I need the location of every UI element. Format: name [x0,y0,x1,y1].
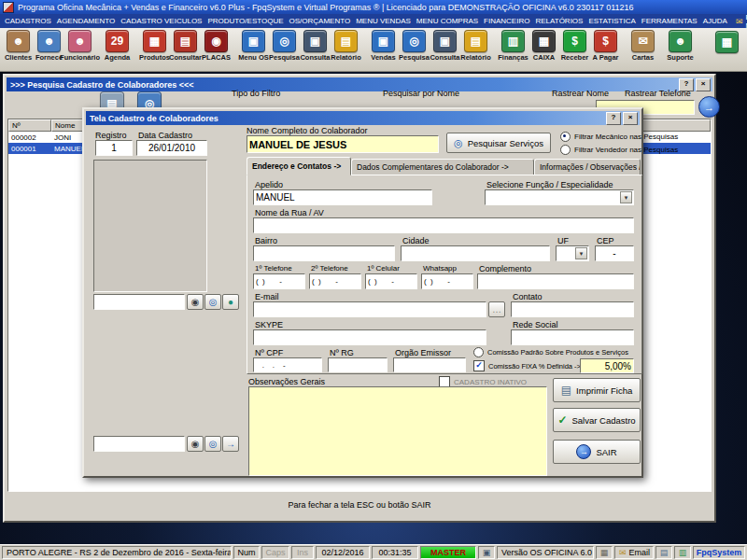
whatsapp-field[interactable] [421,273,473,289]
salvar-cadastro-button[interactable]: ✓ Salvar Cadastro [553,408,641,432]
tab-endereco-contatos[interactable]: Endereço e Contatos -> [247,157,351,175]
menu-item[interactable]: CADASTRO VEICULOS [118,17,204,25]
menu-item[interactable]: OS/ORÇAMENTO [287,17,354,25]
cartas-button[interactable]: ✉ Cartas [627,30,658,62]
camera-icon: ◉ [191,439,200,449]
imprimir-ficha-button[interactable]: ▤ Imprimir Ficha [553,378,641,402]
rg-field[interactable] [328,357,388,372]
bairro-field[interactable] [253,245,395,261]
help-button[interactable]: ? [679,78,694,91]
check-icon: ✓ [557,413,567,427]
skype-field[interactable] [253,329,486,345]
receber-button[interactable]: $ Receber [559,30,590,62]
menu-item-email[interactable]: ✉ E-MAIL [730,13,747,30]
complemento-field[interactable] [477,273,634,289]
pesquisa-os-button[interactable]: ◎ Pesquisa [269,30,300,62]
apelido-field[interactable] [253,189,432,205]
menu-item[interactable]: MENU VENDAS [353,17,414,25]
photo-zoom-button[interactable]: ◎ [204,294,221,310]
menu-item[interactable]: MENU COMPRAS [414,17,481,25]
radio-filtrar-vendedor[interactable]: Filtrar Vendedor nas Pesquisas [560,145,678,155]
celular-field[interactable] [365,273,417,289]
registro-field[interactable] [95,140,133,156]
nome-completo-field[interactable] [247,135,439,153]
photo-box[interactable] [93,160,207,292]
photo-web-button[interactable]: ● [222,294,239,310]
orgao-emissor-field[interactable] [393,357,466,372]
window-footer: Para fechar a tela ESC ou botão SAIR [7,492,712,521]
photo-path-input[interactable] [93,294,185,310]
go-button[interactable]: → [698,96,720,118]
camera2-button[interactable]: ◉ [187,436,204,452]
comissao-fixa-field[interactable] [580,358,634,373]
dialog-help-button[interactable]: ? [606,112,621,125]
status-num: Num [233,546,260,559]
status-email-button[interactable]: ✉ Email [614,546,654,559]
relatorio-vendas-button[interactable]: ▤ Relatório [460,30,491,62]
menu-item[interactable]: ESTATISTICA [585,17,638,25]
pesquisar-servicos-button[interactable]: ◎ Pesquisar Serviços [446,133,551,153]
rua-field[interactable] [253,217,634,233]
photo2-zoom-button[interactable]: ◎ [204,436,221,452]
cpf-field[interactable] [253,357,322,372]
search-window-title: >>> Pesquisa Cadastro de Colaboradores <… [10,80,194,90]
observacoes-textarea[interactable] [248,386,547,476]
photo2-go-button[interactable]: → [222,436,239,452]
placas-button[interactable]: ◉ PLACAS [201,30,232,62]
camera-button[interactable]: ◉ [187,294,204,310]
photo2-path-input[interactable] [93,436,185,452]
cidade-field[interactable] [401,245,550,261]
consultar-produtos-button[interactable]: ▤ Consultar [170,30,201,62]
menu-os-button[interactable]: ▣ Menu OS [238,30,269,62]
tab-informacoes-historico[interactable]: Informações / Observações / Histórico [534,159,641,175]
orgao-emissor-label: Orgão Emissor [395,348,451,357]
tool-icon: $ [563,30,586,52]
grid-header-num[interactable]: Nº [8,119,51,132]
menu-item[interactable]: RELATÓRIOS [532,17,585,25]
caixa-button[interactable]: ▦ CAIXA [529,30,559,62]
relatorio-os-button[interactable]: ▤ Relatório [331,30,361,62]
dialog-close-button[interactable]: × [623,112,638,125]
menu-item[interactable]: AJUDA [700,17,730,25]
pesquisa-vendas-button[interactable]: ◎ Pesquisa [399,30,430,62]
cep-field[interactable] [595,245,634,261]
rg-label: Nº RG [330,348,354,357]
telefone2-field[interactable] [309,273,361,289]
uf-select[interactable]: ▼ [556,245,589,261]
clientes-button[interactable]: ☻ Clientes [3,30,34,62]
funcionarios-button[interactable]: ☻ Funcionário [64,30,95,62]
agenda-button[interactable]: 29 Agenda [102,30,133,62]
skype-label: SKYPE [255,320,283,329]
email-field[interactable] [253,301,486,317]
financas-button[interactable]: ▥ Finanças [498,30,529,62]
cart-button[interactable]: ▦ [712,31,742,53]
radio-comissao-padrao[interactable]: Comissão Padrão Sobre Produtos e Serviço… [473,347,628,357]
consulta-vendas-button[interactable]: ▣ Consulta [430,30,460,62]
vendas-button[interactable]: ▣ Vendas [368,30,399,62]
checkbox-comissao-fixa[interactable]: ✓ Comissão FIXA % Definida -> [473,360,581,371]
funcao-select[interactable]: ▼ [485,189,634,205]
suporte-button[interactable]: ☻ Suporte [665,30,696,62]
status-brand: FpqSystem [693,546,745,559]
email-browse-button[interactable]: … [488,301,505,317]
dialog-title-bar[interactable]: Tela Cadastro de Colaboradores [86,111,640,125]
consulta-os-button[interactable]: ▣ Consulta [300,30,331,62]
menu-item[interactable]: CADASTROS [2,17,54,25]
tab-dados-complementares[interactable]: Dados Complementares do Colaborador -> [351,159,534,175]
menu-item[interactable]: FINANCEIRO [481,17,532,25]
menu-item[interactable]: FERRAMENTAS [639,17,700,25]
telefone1-field[interactable] [253,273,305,289]
bairro-label: Bairro [255,236,277,245]
sair-button[interactable]: → SAIR [553,440,641,464]
data-cadastro-field[interactable] [136,140,207,156]
close-button[interactable]: × [696,78,711,91]
produtos-button[interactable]: ▦ Produtos [139,30,170,62]
contato-field[interactable] [511,301,634,317]
menu-item[interactable]: PRODUTO/ESTOQUE [204,17,286,25]
menu-item[interactable]: AGENDAMENTO [54,17,119,25]
radio-filtrar-mecanico[interactable]: Filtrar Mecânico nas Pesquisas [560,132,678,142]
whatsapp-label: Whatsapp [423,264,457,273]
a-pagar-button[interactable]: $ A Pagar [590,30,621,62]
rede-social-field[interactable] [511,329,634,345]
tool-icon: ▤ [464,30,487,52]
